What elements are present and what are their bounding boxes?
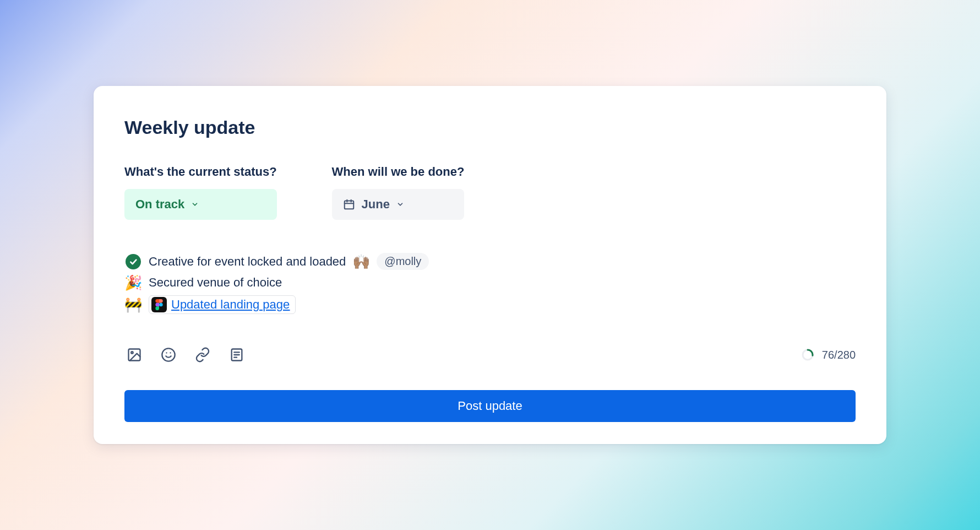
svg-point-6 <box>131 351 133 354</box>
progress-ring-icon <box>801 348 814 361</box>
list-item: Creative for event locked and loaded 🙌🏽 … <box>124 253 856 270</box>
svg-point-4 <box>159 303 163 307</box>
char-counter: 76/280 <box>801 348 856 361</box>
insert-emoji-button[interactable] <box>159 345 178 365</box>
chevron-down-icon <box>191 201 199 208</box>
due-select[interactable]: June <box>332 189 465 220</box>
item-text: Secured venue of choice <box>149 275 282 290</box>
emoji-icon <box>161 347 176 363</box>
insert-template-button[interactable] <box>227 345 247 365</box>
calendar-icon <box>343 198 355 210</box>
image-icon <box>127 347 142 363</box>
item-text: Creative for event locked and loaded <box>149 255 346 269</box>
due-label: When will we be done? <box>332 165 465 179</box>
list-item: 🎉 Secured venue of choice <box>124 275 856 290</box>
status-label: What's the current status? <box>124 165 277 179</box>
editor-toolbar-row: 76/280 <box>124 345 856 365</box>
document-icon <box>229 347 244 363</box>
insert-image-button[interactable] <box>124 345 144 365</box>
due-value: June <box>362 198 390 210</box>
editor-toolbar <box>124 345 247 365</box>
post-update-button[interactable]: Post update <box>124 390 856 422</box>
link-icon <box>195 347 210 363</box>
figma-link-text: Updated landing page <box>171 298 290 312</box>
chevron-down-icon <box>396 201 404 208</box>
insert-link-button[interactable] <box>193 345 213 365</box>
svg-point-7 <box>162 348 175 361</box>
figma-link-chip[interactable]: Updated landing page <box>149 295 296 314</box>
mention-chip[interactable]: @molly <box>377 253 429 270</box>
construction-icon: 🚧 <box>124 298 142 312</box>
figma-icon <box>151 297 167 312</box>
svg-rect-0 <box>344 201 353 209</box>
due-field: When will we be done? June <box>332 165 465 220</box>
status-field: What's the current status? On track <box>124 165 277 220</box>
list-item: 🚧 Updated landing page <box>124 295 856 314</box>
fields-row: What's the current status? On track When… <box>124 165 856 220</box>
status-value: On track <box>135 198 184 210</box>
raised-hands-icon: 🙌🏽 <box>352 255 370 269</box>
party-popper-icon: 🎉 <box>124 275 142 290</box>
update-items: Creative for event locked and loaded 🙌🏽 … <box>124 253 856 314</box>
update-card: Weekly update What's the current status?… <box>94 86 886 444</box>
check-circle-icon <box>126 254 141 269</box>
char-counter-text: 76/280 <box>822 349 856 361</box>
status-select[interactable]: On track <box>124 189 277 220</box>
page-title: Weekly update <box>124 117 856 138</box>
